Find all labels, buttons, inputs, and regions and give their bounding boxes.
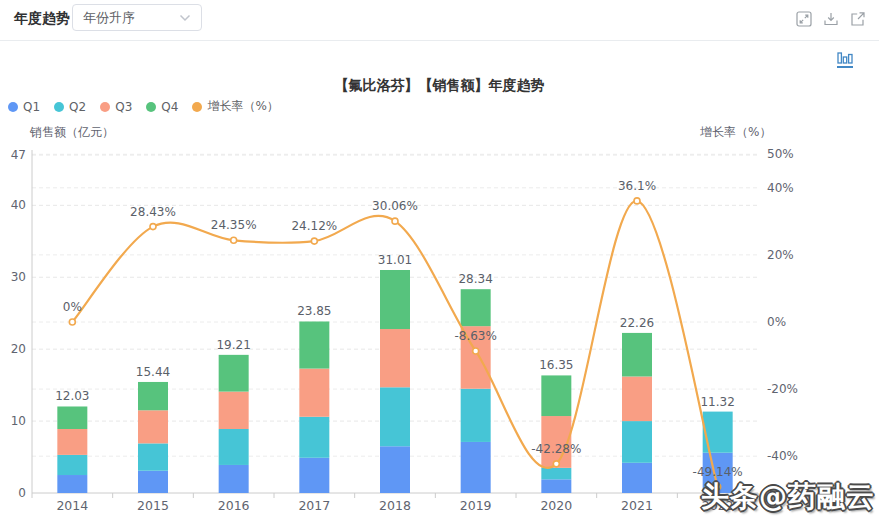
bar-segment-2022-q2[interactable] (703, 412, 733, 453)
bar-total-label: 11.32 (700, 395, 734, 409)
bar-segment-2021-q1[interactable] (622, 463, 652, 493)
x-axis-label: 2020 (540, 498, 572, 513)
bar-segment-2021-q2[interactable] (622, 421, 652, 463)
growth-point-label: -42.28% (531, 442, 581, 456)
left-axis-tick-label: 47 (11, 148, 26, 162)
bar-segment-2018-q4[interactable] (380, 270, 410, 329)
bar-segment-2016-q4[interactable] (219, 355, 249, 392)
right-axis-tick-label: 0% (767, 315, 786, 329)
bar-segment-2014-q2[interactable] (57, 455, 87, 475)
bar-total-label: 22.26 (620, 316, 654, 330)
growth-point-marker[interactable] (392, 218, 398, 224)
bar-segment-2020-q4[interactable] (541, 375, 571, 416)
x-axis-label: 2018 (379, 498, 411, 513)
x-axis-label: 2015 (137, 498, 169, 513)
right-axis-tick-label: 40% (767, 181, 794, 195)
bar-segment-2019-q4[interactable] (461, 289, 491, 326)
bar-segment-2015-q2[interactable] (138, 443, 168, 470)
bar-total-label: 12.03 (55, 389, 89, 403)
x-axis-label: 2014 (56, 498, 88, 513)
left-axis-tick-label: 40 (11, 198, 26, 212)
bar-segment-2021-q4[interactable] (622, 333, 652, 377)
left-axis-tick-label: 30 (11, 270, 26, 284)
growth-point-label: 24.35% (211, 218, 257, 232)
bar-segment-2015-q3[interactable] (138, 410, 168, 443)
right-axis-tick-label: 50% (767, 147, 794, 161)
x-axis-label: 2021 (621, 498, 653, 513)
bar-segment-2016-q1[interactable] (219, 465, 249, 493)
growth-point-label: 36.1% (618, 179, 656, 193)
annual-trend-panel: 年度趋势 年份升序 (0, 0, 879, 520)
bar-total-label: 23.85 (297, 304, 331, 318)
bar-segment-2014-q4[interactable] (57, 406, 87, 429)
x-axis-label: 2019 (460, 498, 492, 513)
bar-segment-2014-q1[interactable] (57, 475, 87, 493)
growth-point-marker[interactable] (231, 237, 237, 243)
bar-segment-2017-q3[interactable] (299, 369, 329, 417)
growth-point-marker[interactable] (69, 319, 75, 325)
bar-segment-2017-q1[interactable] (299, 458, 329, 493)
bar-total-label: 28.34 (458, 272, 492, 286)
bar-segment-2020-q1[interactable] (541, 479, 571, 493)
growth-point-marker[interactable] (634, 198, 640, 204)
growth-point-marker[interactable] (553, 461, 559, 467)
bar-segment-2018-q1[interactable] (380, 446, 410, 493)
left-axis-tick-label: 20 (11, 342, 26, 356)
growth-point-label: 28.43% (130, 205, 176, 219)
right-axis-tick-label: -20% (767, 382, 798, 396)
bar-total-label: 31.01 (378, 253, 412, 267)
left-axis-tick-label: 0 (18, 486, 26, 500)
bar-total-label: 16.35 (539, 358, 573, 372)
bar-segment-2016-q3[interactable] (219, 392, 249, 429)
right-axis-tick-label: -40% (767, 449, 798, 463)
bar-segment-2017-q4[interactable] (299, 321, 329, 368)
growth-point-label: -49.14% (693, 465, 743, 479)
growth-point-marker[interactable] (150, 224, 156, 230)
growth-point-label: 30.06% (372, 199, 418, 213)
bar-segment-2018-q3[interactable] (380, 329, 410, 387)
bar-segment-2016-q2[interactable] (219, 429, 249, 465)
growth-point-label: 0% (63, 300, 82, 314)
growth-point-label: -8.63% (454, 329, 496, 343)
left-axis-tick-label: 10 (11, 414, 26, 428)
bar-segment-2021-q3[interactable] (622, 376, 652, 421)
growth-point-label: 24.12% (291, 219, 337, 233)
watermark: 头条@药融云 (701, 478, 875, 516)
bar-total-label: 19.21 (216, 338, 250, 352)
x-axis-label: 2016 (218, 498, 250, 513)
growth-point-marker[interactable] (473, 348, 479, 354)
bar-segment-2019-q1[interactable] (461, 442, 491, 493)
bar-segment-2015-q4[interactable] (138, 382, 168, 410)
trend-chart-plot: 01020304047-40%-20%0%20%40%50%12.0320141… (0, 0, 879, 520)
bar-segment-2015-q1[interactable] (138, 471, 168, 493)
right-axis-tick-label: 20% (767, 248, 794, 262)
bar-segment-2018-q2[interactable] (380, 387, 410, 446)
bar-segment-2017-q2[interactable] (299, 417, 329, 458)
growth-point-marker[interactable] (311, 238, 317, 244)
x-axis-label: 2017 (298, 498, 330, 513)
bar-segment-2020-q2[interactable] (541, 468, 571, 480)
bar-segment-2019-q2[interactable] (461, 389, 491, 442)
bar-segment-2014-q3[interactable] (57, 429, 87, 455)
bar-total-label: 15.44 (136, 365, 170, 379)
